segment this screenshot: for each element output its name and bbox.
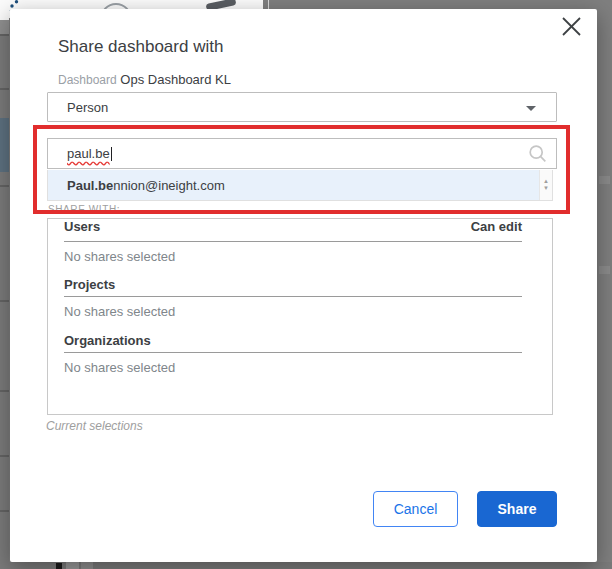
organizations-header: Organizations xyxy=(64,333,151,348)
scroll-down-icon[interactable]: ▼ xyxy=(543,185,549,192)
search-input[interactable]: paul.be xyxy=(47,138,557,169)
can-edit-header: Can edit xyxy=(471,219,522,234)
projects-header-row: Projects xyxy=(64,275,522,297)
projects-header: Projects xyxy=(64,277,115,292)
current-selections-note: Current selections xyxy=(46,419,143,433)
suggestion-rest: nnion@ineight.com xyxy=(113,178,224,193)
toolbar-divider xyxy=(268,0,269,9)
background-sidebar xyxy=(0,0,9,562)
dashboard-label: Dashboard xyxy=(58,73,117,87)
dashboard-name: Ops Dashboard KL xyxy=(120,72,231,87)
projects-empty-text: No shares selected xyxy=(64,304,522,319)
users-header-row: Users Can edit xyxy=(64,219,522,242)
share-type-value: Person xyxy=(67,100,108,115)
text-cursor xyxy=(111,147,112,161)
close-icon[interactable] xyxy=(557,12,585,40)
scroll-up-icon[interactable]: ▲ xyxy=(543,178,549,185)
users-header: Users xyxy=(64,219,100,234)
dialog-title: Share dashboard with xyxy=(58,37,223,57)
autocomplete-suggestion[interactable]: Paul.bennion@ineight.com xyxy=(48,170,539,200)
organizations-empty-text: No shares selected xyxy=(64,360,522,375)
background-artifact xyxy=(81,562,93,569)
dashboard-name-row: Dashboard Ops Dashboard KL xyxy=(58,72,231,87)
background-artifact xyxy=(66,562,79,569)
search-input-value: paul.be xyxy=(67,146,110,161)
cancel-button[interactable]: Cancel xyxy=(373,491,458,527)
users-empty-text: No shares selected xyxy=(64,249,522,264)
share-selections-panel: Users Can edit No shares selected Projec… xyxy=(47,218,553,415)
share-dashboard-dialog: Share dashboard with Dashboard Ops Dashb… xyxy=(10,9,597,562)
background-artifact xyxy=(599,266,610,274)
chevron-down-icon xyxy=(526,106,536,111)
sidebar-selected-segment xyxy=(0,118,9,172)
suggestion-scrollbar[interactable]: ▲ ▼ xyxy=(539,170,552,200)
suggestion-match: Paul.be xyxy=(67,178,113,193)
search-icon xyxy=(528,144,548,164)
share-type-select[interactable]: Person xyxy=(47,92,557,122)
screen: Share dashboard with Dashboard Ops Dashb… xyxy=(0,0,612,569)
share-with-label: SHARE WITH: xyxy=(48,204,120,211)
organizations-header-row: Organizations xyxy=(64,331,522,353)
background-artifact xyxy=(599,176,610,184)
autocomplete-dropdown: Paul.bennion@ineight.com ▲ ▼ xyxy=(47,170,553,201)
background-artifact xyxy=(56,563,62,569)
share-button[interactable]: Share xyxy=(477,491,557,527)
